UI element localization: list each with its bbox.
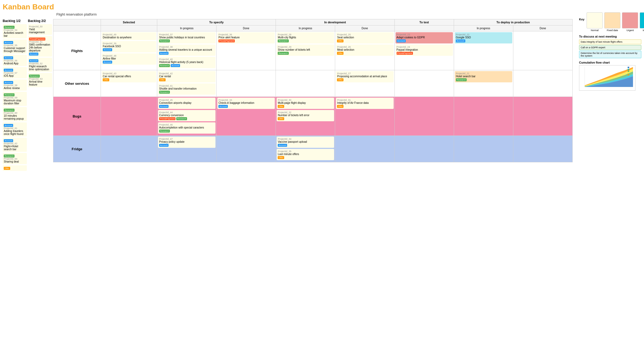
list-item[interactable]: ProjectId_46 Autocompletion with special… — [158, 122, 215, 134]
list-item[interactable]: ProjectId_40 Historical flight activity … — [158, 57, 215, 68]
list-item[interactable]: ProjectId_39 Facebook SSO Account — [102, 41, 156, 52]
key-inviolable: Inviolable — [640, 12, 644, 32]
bugs-to-test — [394, 97, 454, 136]
list-item[interactable]: ProjectId_26 Meal selection Offer — [336, 45, 393, 56]
list-item[interactable]: ProjectId_36 Price alert feature Price&P… — [217, 32, 275, 43]
kanban-board: Selected To specify In development To te… — [53, 19, 573, 172]
sub-test — [394, 25, 454, 31]
right-panel: Key Normal Fixed date Urgent — [577, 12, 641, 172]
bugs-label: Bugs — [53, 97, 101, 136]
flights-deploy-inprogress: ProjectId_22 Google SSO Account — [454, 31, 513, 70]
bugs-dev-inprogress: ProjectId_30 Multi-page flight display O… — [276, 97, 335, 136]
chart-area — [579, 65, 635, 91]
flights-dev-done: ProjectId_25 Seat selection Offer Projec… — [335, 31, 394, 70]
list-item[interactable]: ProjectId_22 Google SSO Account — [455, 32, 512, 43]
col-in-development: In development — [276, 19, 394, 25]
backlog1-title: Backlog 1/2 — [3, 19, 27, 23]
list-item[interactable]: ProjectId_25 Seat selection Offer — [336, 32, 393, 43]
chart-section: Cumulative flow chart — [579, 61, 641, 91]
fridge-dev-inprogress: ProjectId_34 Vaccine passport upload Acc… — [276, 136, 335, 162]
svg-rect-11 — [628, 74, 629, 75]
chart-title: Cumulative flow chart — [579, 61, 641, 64]
fridge-to-test — [394, 136, 454, 162]
backlog2-title: Backlog 2/2 — [28, 19, 52, 23]
list-item[interactable]: Offer — [3, 165, 27, 171]
list-item[interactable]: ProjectId_50 Yield management — [28, 24, 52, 35]
other-specify-done — [217, 70, 276, 97]
key-urgent: Urgent — [622, 12, 638, 32]
other-dev-done: ProjectId_27 Proposing accommodation at … — [335, 70, 394, 97]
sub-empty — [53, 25, 101, 31]
list-item[interactable]: ProjectId_37 Show public holidays in loc… — [158, 32, 215, 43]
col-selected: Selected — [101, 19, 157, 25]
list-item[interactable]: ProjectId_44 Currency conversion Price&P… — [158, 110, 215, 121]
flights-selected: ProjectId_49 Destination to anywhere Pro… — [101, 31, 157, 70]
key-items: Normal Fixed date Urgent Inviolable — [587, 12, 644, 32]
list-item[interactable]: Research ProjectId_60 10 minutes remaini… — [3, 107, 27, 121]
svg-rect-10 — [628, 72, 629, 74]
discuss-section: To discuss at next meeting Data integrit… — [579, 35, 641, 58]
list-item[interactable]: ProjectId_31 Integrity of Air France dat… — [336, 98, 393, 109]
list-item[interactable]: Research ProjectId_59 Maximum stop durat… — [3, 92, 27, 106]
bugs-deploy-done — [513, 97, 572, 136]
list-item[interactable]: ProjectId_30 Multi-page flight display O… — [277, 98, 334, 109]
sub-dev-inprogress: In progress — [276, 25, 335, 31]
list-item[interactable]: ProjectId_48 Airline filter Account — [102, 53, 156, 65]
list-item[interactable]: Account ProjectId_61 Adding travelers on… — [3, 122, 27, 137]
list-item[interactable]: Account ProjectId_57 iOS App — [3, 67, 27, 78]
list-item[interactable]: ProjectId_27 Proposing accommodation at … — [336, 71, 393, 82]
list-item[interactable]: ProjectId_21 Hotel search bar Research — [455, 71, 512, 82]
key-normal: Normal — [587, 12, 603, 32]
fridge-specify-done — [217, 136, 276, 162]
backlog2-column: Backlog 2/2 ProjectId_50 Yield managemen… — [28, 19, 52, 172]
list-item[interactable]: ProjectId_49 Destination to anywhere — [102, 32, 156, 40]
list-item[interactable]: Account ProjectId_58 Airline review — [3, 79, 27, 91]
other-deploy-inprogress: ProjectId_21 Hotel search bar Research — [454, 70, 513, 97]
key-label: Key — [579, 18, 584, 21]
list-item[interactable]: ProjectId_33 Check-in baggage informatio… — [217, 98, 275, 109]
other-specify-inprogress: ProjectId_42 Car rental Offer ProjectId_… — [157, 70, 216, 97]
svg-rect-8 — [628, 69, 629, 70]
bugs-specify-inprogress: ProjectId_45 Connection airports display… — [157, 97, 216, 136]
list-item[interactable]: ProjectId_41 Shuttle and transfer inform… — [158, 83, 215, 95]
flights-specify-inprogress: ProjectId_37 Show public holidays in loc… — [157, 31, 216, 70]
subtitle: Flight reservation platform — [56, 12, 573, 16]
sub-dev-done: Done — [335, 25, 394, 31]
discuss-item-1: Data integrity of last minute flight off… — [579, 39, 641, 44]
list-item[interactable]: Account ProjectId_56 Android App — [3, 55, 27, 66]
list-item[interactable]: Price&Payment ProjectId_51 SMS confirmat… — [28, 36, 52, 57]
list-item[interactable]: ProjectId_34 Vaccine passport upload Acc… — [277, 137, 334, 148]
list-item[interactable]: ProjectId_38 Adding several travelers to… — [158, 45, 215, 56]
list-item[interactable]: Research ProjectId_54 Activities search … — [3, 24, 27, 38]
list-item[interactable]: Account ProjectId_52 Flight research tim… — [28, 58, 52, 72]
col-to-deploy: To deploy in production — [454, 19, 572, 25]
fridge-dev-done — [335, 136, 394, 162]
sub-selected — [101, 25, 157, 31]
discuss-title: To discuss at next meeting — [579, 35, 641, 38]
list-item[interactable]: ProjectId_23 Adapt cookies to GDPR Accou… — [396, 32, 453, 43]
flights-to-test: ProjectId_23 Adapt cookies to GDPR Accou… — [394, 31, 454, 70]
list-item[interactable]: ProjectId_24 Paypal integration Price&Pa… — [396, 45, 453, 56]
fridge-label: Fridge — [53, 136, 101, 162]
fridge-deploy-done — [513, 136, 572, 162]
list-item[interactable]: Account ProjectId_55 Customer support th… — [3, 39, 27, 54]
svg-rect-9 — [628, 71, 629, 72]
list-item[interactable]: ProjectId_35 Last minute offers Offer — [277, 149, 334, 160]
list-item[interactable]: Research ProjectId_53 Arrival time featu… — [28, 73, 52, 87]
list-item[interactable]: ProjectId_43 Car rental special offers O… — [102, 71, 156, 82]
discuss-item-2: Call on a GDPR expert — [579, 45, 641, 50]
list-item[interactable]: ProjectId_45 Connection airports display… — [158, 98, 215, 109]
flights-deploy-done — [513, 31, 572, 70]
svg-rect-7 — [628, 67, 629, 68]
list-item[interactable]: ProjectId_28 Multi-city flights Research — [277, 32, 334, 43]
list-item[interactable]: ProjectId_42 Car rental Offer — [158, 71, 215, 82]
list-item[interactable]: ProjectId_32 Number of tickets left erro… — [277, 110, 334, 121]
list-item[interactable]: ProjectId_29 Show number of tickets left… — [277, 45, 334, 56]
list-item[interactable]: ProjectId_47 Privacy policy update Accou… — [158, 137, 215, 148]
other-label: Other services — [53, 70, 101, 97]
list-item[interactable]: Research ProjectId_64 Sharing deal — [3, 153, 27, 164]
page-title: Kanban Board — [3, 3, 641, 11]
list-item[interactable]: Account ProjectId_62 Flight+Hotel search… — [3, 138, 27, 152]
other-selected: ProjectId_43 Car rental special offers O… — [101, 70, 157, 97]
other-deploy-done — [513, 70, 572, 97]
